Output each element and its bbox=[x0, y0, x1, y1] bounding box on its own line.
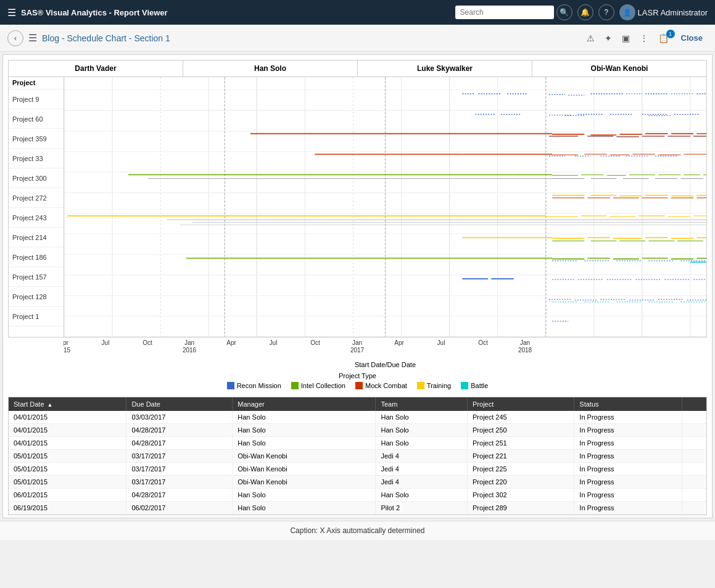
row-label-project300: Project 300 bbox=[9, 168, 64, 188]
recon-swatch bbox=[227, 382, 234, 389]
svg-text:Apr: Apr bbox=[226, 339, 236, 346]
project-label-header: Project bbox=[9, 77, 64, 89]
row-label-project1: Project 1 bbox=[9, 307, 64, 326]
col-header-extra[interactable] bbox=[682, 397, 706, 411]
avatar: 👤 bbox=[619, 4, 635, 20]
battle-swatch bbox=[461, 382, 468, 389]
user-name: LASR Administrator bbox=[638, 8, 708, 17]
table-cell: 05/01/2015 bbox=[9, 462, 126, 475]
table-cell-empty bbox=[682, 488, 706, 501]
table-cell: 05/01/2015 bbox=[9, 449, 126, 462]
col-header-project[interactable]: Project bbox=[468, 397, 574, 411]
table-cell: Han Solo bbox=[233, 411, 376, 424]
row-label-project128: Project 128 bbox=[9, 287, 64, 307]
svg-text:Oct: Oct bbox=[310, 339, 320, 346]
table-cell: In Progress bbox=[574, 501, 682, 514]
legend-item-recon: Recon Mission bbox=[227, 382, 281, 389]
svg-text:Jul: Jul bbox=[270, 339, 278, 346]
col-header-manager[interactable]: Manager bbox=[233, 397, 376, 411]
search-button[interactable]: 🔍 bbox=[556, 4, 572, 20]
table-cell: 04/01/2015 bbox=[9, 436, 126, 449]
table-cell: Han Solo bbox=[376, 436, 468, 449]
notifications-button[interactable]: 🔔 bbox=[577, 4, 593, 20]
table-cell-empty bbox=[682, 475, 706, 488]
table-cell: Project 251 bbox=[468, 436, 574, 449]
col-header-luke-skywalker: Luke Skywalker bbox=[358, 60, 532, 77]
intel-swatch bbox=[291, 382, 299, 389]
row-label-project186: Project 186 bbox=[9, 247, 64, 267]
row-label-project243: Project 243 bbox=[9, 208, 64, 228]
col-header-due-date[interactable]: Due Date bbox=[126, 397, 233, 411]
table-cell: In Progress bbox=[574, 423, 682, 436]
sort-arrow-start-date: ▲ bbox=[48, 402, 53, 408]
col-header-darth-vader: Darth Vader bbox=[9, 60, 183, 77]
app-title: SAS® Visual Analytics - Report Viewer bbox=[21, 8, 450, 17]
table-cell-empty bbox=[682, 411, 706, 424]
more-icon[interactable]: ⋮ bbox=[637, 32, 651, 44]
mock-combat-swatch bbox=[355, 382, 363, 389]
svg-text:2017: 2017 bbox=[350, 347, 365, 354]
legend-item-intel: Intel Collection bbox=[291, 382, 345, 389]
table-cell: 04/28/2017 bbox=[126, 436, 233, 449]
close-button[interactable]: Close bbox=[676, 32, 708, 44]
svg-text:2016: 2016 bbox=[183, 347, 197, 354]
data-table-wrapper[interactable]: Start Date ▲ Due Date Manager Team bbox=[8, 397, 707, 515]
row-label-project33: Project 33 bbox=[9, 149, 64, 168]
table-row: 05/01/201503/17/2017Obi-Wan KenobiJedi 4… bbox=[9, 462, 706, 475]
secondary-toolbar: ‹ ☰ Blog - Schedule Chart - Section 1 ⚠ … bbox=[0, 25, 715, 52]
legend-items: Recon Mission Intel Collection Mock Comb… bbox=[3, 382, 712, 389]
table-cell: 06/02/2017 bbox=[126, 501, 233, 514]
gantt-labels: Project Project 9 Project 60 Project 359… bbox=[9, 77, 64, 337]
table-cell: In Progress bbox=[574, 449, 682, 462]
table-cell: Obi-Wan Kenobi bbox=[233, 475, 376, 488]
mock-combat-label: Mock Combat bbox=[365, 382, 407, 389]
x-axis-label: Start Date/Due Date bbox=[59, 360, 712, 370]
training-label: Training bbox=[427, 382, 451, 389]
hamburger-icon[interactable]: ☰ bbox=[7, 7, 16, 19]
table-row: 04/01/201504/28/2017Han SoloHan SoloProj… bbox=[9, 436, 706, 449]
col-header-team[interactable]: Team bbox=[376, 397, 468, 411]
table-row: 04/01/201504/28/2017Han SoloHan SoloProj… bbox=[9, 423, 706, 436]
search-input[interactable] bbox=[455, 6, 554, 19]
top-navigation: ☰ SAS® Visual Analytics - Report Viewer … bbox=[0, 0, 715, 25]
row-label-project60: Project 60 bbox=[9, 109, 64, 129]
table-cell-empty bbox=[682, 501, 706, 514]
help-button[interactable]: ? bbox=[598, 4, 614, 20]
table-cell: Project 302 bbox=[468, 488, 574, 501]
table-cell: Jedi 4 bbox=[376, 462, 468, 475]
view-icon[interactable]: ▣ bbox=[619, 32, 632, 44]
svg-text:Oct: Oct bbox=[478, 339, 488, 346]
table-cell-empty bbox=[682, 436, 706, 449]
data-table: Start Date ▲ Due Date Manager Team bbox=[9, 397, 706, 515]
row-label-project272: Project 272 bbox=[9, 188, 64, 208]
back-button[interactable]: ‹ bbox=[7, 30, 23, 46]
user-menu[interactable]: 👤 LASR Administrator bbox=[619, 4, 708, 20]
table-row: 04/01/201503/03/2017Han SoloHan SoloProj… bbox=[9, 411, 706, 424]
table-row: 05/01/201503/17/2017Obi-Wan KenobiJedi 4… bbox=[9, 475, 706, 488]
svg-text:Oct: Oct bbox=[143, 339, 152, 346]
table-cell: In Progress bbox=[574, 436, 682, 449]
legend-title: Project Type bbox=[3, 372, 712, 379]
table-cell: Han Solo bbox=[376, 488, 468, 501]
table-row: 06/01/201504/28/2017Han SoloHan SoloProj… bbox=[9, 488, 706, 501]
legend-item-training: Training bbox=[417, 382, 451, 389]
table-header: Start Date ▲ Due Date Manager Team bbox=[9, 397, 706, 411]
table-cell: 04/28/2017 bbox=[126, 423, 233, 436]
col-header-status[interactable]: Status bbox=[574, 397, 682, 411]
svg-text:Jul: Jul bbox=[437, 339, 445, 346]
table-cell: Han Solo bbox=[376, 423, 468, 436]
row-label-project214: Project 214 bbox=[9, 228, 64, 247]
svg-text:2015: 2015 bbox=[64, 347, 71, 354]
filter-icon[interactable]: ✦ bbox=[602, 32, 614, 44]
table-cell: Project 225 bbox=[468, 462, 574, 475]
table-cell: In Progress bbox=[574, 488, 682, 501]
main-content: Darth Vader Han Solo Luke Skywalker Obi-… bbox=[2, 54, 713, 518]
table-cell: 04/01/2015 bbox=[9, 423, 126, 436]
list-icon[interactable]: ☰ bbox=[28, 32, 37, 44]
table-cell: Obi-Wan Kenobi bbox=[233, 462, 376, 475]
table-cell: 06/01/2015 bbox=[9, 488, 126, 501]
battle-label: Battle bbox=[471, 382, 488, 389]
notes-button[interactable]: 📋 1 bbox=[656, 33, 671, 43]
col-header-start-date[interactable]: Start Date ▲ bbox=[9, 397, 126, 411]
alert-icon[interactable]: ⚠ bbox=[584, 32, 597, 44]
